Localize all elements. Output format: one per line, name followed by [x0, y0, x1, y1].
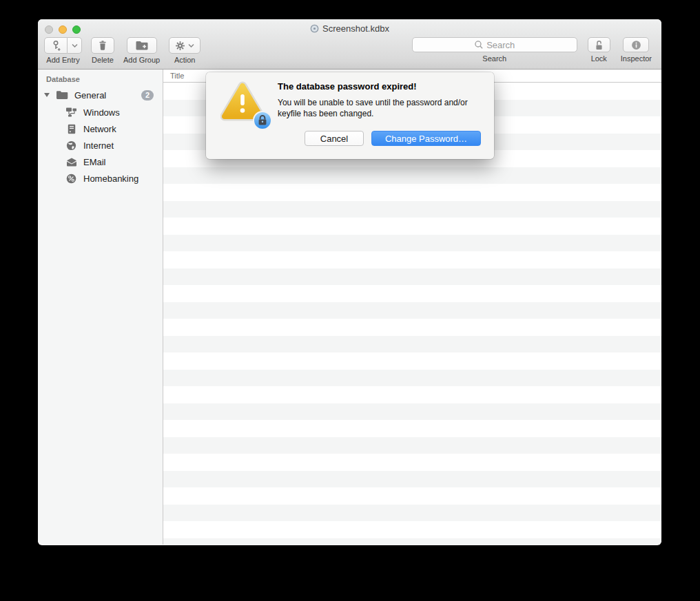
lock-label: Lock: [591, 54, 607, 63]
add-group-label: Add Group: [123, 56, 160, 64]
chevron-down-icon: [188, 43, 194, 48]
inspector-button[interactable]: [623, 37, 649, 52]
server-icon: [68, 124, 76, 134]
toolbar: Screenshot.kdbx: [38, 19, 661, 70]
disclosure-triangle-icon[interactable]: [44, 93, 50, 97]
sidebar-item-homebanking[interactable]: Homebanking: [38, 170, 163, 187]
sidebar-item-label: Windows: [83, 107, 120, 118]
add-group-control: Add Group: [123, 37, 160, 64]
warning-triangle-lock-icon: [220, 81, 265, 125]
password-expired-dialog: The database password expired! You will …: [206, 72, 494, 159]
toolbar-left-group: Add Entry Delete: [44, 37, 200, 64]
sidebar-item-windows[interactable]: Windows: [38, 104, 163, 120]
entry-count-badge: 2: [141, 90, 154, 101]
delete-button[interactable]: [91, 37, 114, 54]
lock-button[interactable]: [588, 37, 610, 52]
search-label: Search: [482, 54, 506, 63]
key-plus-icon: [50, 39, 62, 52]
change-password-button[interactable]: Change Password…: [371, 131, 481, 146]
sidebar-section-header: Database: [38, 75, 163, 86]
dialog-title: The database password expired!: [278, 81, 417, 92]
action-label: Action: [174, 56, 196, 64]
add-entry-control: Add Entry: [44, 37, 82, 64]
toolbar-right-group: Search Search Lock: [412, 37, 652, 63]
info-icon: [630, 39, 642, 51]
cancel-button[interactable]: Cancel: [305, 131, 364, 146]
percent-icon: [66, 173, 76, 184]
inspector-label: Inspector: [621, 54, 652, 63]
add-group-button[interactable]: [127, 37, 157, 54]
search-control: Search Search: [412, 37, 577, 63]
gear-icon: [175, 41, 185, 51]
window-title-text: Screenshot.kdbx: [322, 23, 389, 34]
sidebar-item-label: Network: [83, 124, 116, 134]
network-computers-icon: [65, 107, 77, 117]
magnifier-icon: [474, 40, 484, 50]
action-button[interactable]: [169, 37, 200, 54]
search-input[interactable]: Search: [412, 37, 577, 52]
sidebar: Database General 2: [38, 70, 163, 545]
document-proxy-icon: [310, 24, 319, 33]
add-entry-dropdown-button[interactable]: [68, 37, 82, 54]
sidebar-item-email[interactable]: EMail: [38, 154, 163, 170]
search-placeholder: Search: [486, 40, 515, 50]
sidebar-item-general[interactable]: General 2: [38, 86, 163, 104]
dialog-message: You will be unable to save until the pas…: [278, 97, 484, 119]
globe-icon: [66, 140, 76, 151]
add-entry-button[interactable]: [44, 37, 68, 54]
sidebar-item-label: Internet: [83, 140, 114, 151]
inspector-control: Inspector: [621, 37, 652, 63]
folder-icon: [56, 90, 68, 100]
delete-label: Delete: [92, 56, 114, 64]
envelope-icon: [66, 158, 77, 167]
trash-icon: [96, 39, 109, 52]
chevron-down-icon: [72, 43, 78, 48]
sidebar-item-label: EMail: [83, 157, 106, 167]
delete-control: Delete: [91, 37, 114, 64]
sidebar-item-internet[interactable]: Internet: [38, 137, 163, 154]
lock-control: Lock: [588, 37, 610, 63]
folder-plus-icon: [135, 40, 149, 51]
sidebar-item-label: Homebanking: [83, 173, 138, 184]
window-title: Screenshot.kdbx: [38, 23, 661, 34]
sidebar-item-network[interactable]: Network: [38, 120, 163, 137]
sidebar-item-label: General: [74, 90, 106, 101]
action-control: Action: [169, 37, 200, 64]
open-padlock-icon: [593, 39, 605, 51]
add-entry-label: Add Entry: [46, 56, 79, 64]
